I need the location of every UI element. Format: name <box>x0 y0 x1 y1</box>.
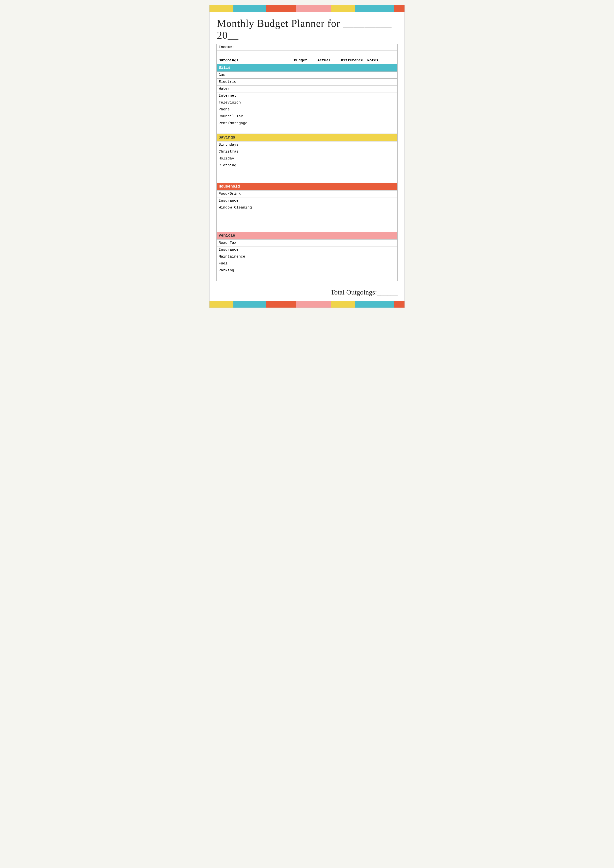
col-budget: Budget <box>292 57 315 64</box>
income-budget <box>292 44 315 51</box>
table-row: Christmas <box>217 148 398 155</box>
table-row <box>217 176 398 183</box>
bottom-color-bar <box>209 301 405 308</box>
row-label: Food/Drink <box>217 190 292 198</box>
income-row: Income: <box>217 44 398 51</box>
section-vehicle-header: Vehicle <box>217 232 398 240</box>
row-label: Parking <box>217 267 292 274</box>
table-row: Phone <box>217 106 398 113</box>
table-row: Birthdays <box>217 142 398 148</box>
color-block-7 <box>394 5 405 12</box>
col-notes: Notes <box>365 57 397 64</box>
table-row: Insurance <box>217 246 398 254</box>
total-outgoings-area: Total Outgoings:______ <box>209 286 405 299</box>
content-area: Income: Outgoings Budget Actual Differen… <box>209 44 405 286</box>
row-label: Phone <box>217 106 292 113</box>
title-area: Monthly Budget Planner for _________ 20_… <box>209 12 405 44</box>
col-difference: Difference <box>339 57 365 64</box>
top-color-bar <box>209 5 405 12</box>
income-diff <box>339 44 365 51</box>
color-block-b4 <box>296 301 331 308</box>
row-label: Insurance <box>217 246 292 254</box>
color-block-4 <box>296 5 331 12</box>
color-block-b7 <box>394 301 405 308</box>
row-label: Water <box>217 86 292 92</box>
color-block-5 <box>331 5 355 12</box>
row-label: Television <box>217 99 292 106</box>
row-label: Birthdays <box>217 142 292 148</box>
table-row: Rent/Mortgage <box>217 120 398 127</box>
row-label: Insurance <box>217 198 292 204</box>
row-label: Clothing <box>217 162 292 169</box>
row-label: Internet <box>217 92 292 99</box>
row-label: Maintainence <box>217 254 292 260</box>
bills-label: Bills <box>217 64 398 72</box>
section-household-header: Household <box>217 183 398 190</box>
table-row: Council Tax <box>217 113 398 120</box>
table-row: Holiday <box>217 155 398 162</box>
color-block-6 <box>355 5 394 12</box>
table-row: Television <box>217 99 398 106</box>
table-row: Electric <box>217 79 398 86</box>
color-block-b2 <box>233 301 266 308</box>
income-notes <box>365 44 397 51</box>
income-label: Income: <box>217 44 292 51</box>
savings-label: Savings <box>217 134 398 142</box>
section-savings-header: Savings <box>217 134 398 142</box>
table-row <box>217 218 398 225</box>
col-outgoings: Outgoings <box>217 57 292 64</box>
table-row: Road Tax <box>217 240 398 246</box>
page-title: Monthly Budget Planner for _________ 20_… <box>217 17 397 41</box>
row-label: Holiday <box>217 155 292 162</box>
table-row: Window Cleaning <box>217 204 398 211</box>
col-actual: Actual <box>315 57 339 64</box>
color-block-b6 <box>355 301 394 308</box>
table-row <box>217 225 398 232</box>
column-headers: Outgoings Budget Actual Difference Notes <box>217 57 398 64</box>
color-block-1 <box>209 5 233 12</box>
table-row: Gas <box>217 72 398 79</box>
income-actual <box>315 44 339 51</box>
row-label: Road Tax <box>217 240 292 246</box>
table-row: Insurance <box>217 198 398 204</box>
table-row: Clothing <box>217 162 398 169</box>
row-label: Gas <box>217 72 292 79</box>
section-bills-header: Bills <box>217 64 398 72</box>
row-label: Window Cleaning <box>217 204 292 211</box>
row-label: Rent/Mortgage <box>217 120 292 127</box>
table-row <box>217 211 398 218</box>
table-row <box>217 169 398 176</box>
budget-table: Income: Outgoings Budget Actual Differen… <box>216 44 398 281</box>
color-block-3 <box>266 5 296 12</box>
table-row: Internet <box>217 92 398 99</box>
table-row <box>217 127 398 134</box>
row-label: Christmas <box>217 148 292 155</box>
household-label: Household <box>217 183 398 190</box>
color-block-b3 <box>266 301 296 308</box>
color-block-b5 <box>331 301 355 308</box>
table-row <box>217 274 398 281</box>
table-row: Fuel <box>217 260 398 267</box>
vehicle-label: Vehicle <box>217 232 398 240</box>
color-block-b1 <box>209 301 233 308</box>
table-row: Parking <box>217 267 398 274</box>
total-outgoings-label: Total Outgoings:______ <box>330 288 398 296</box>
row-label: Council Tax <box>217 113 292 120</box>
table-row: Water <box>217 86 398 92</box>
color-block-2 <box>233 5 266 12</box>
empty-row <box>217 51 398 57</box>
page: Monthly Budget Planner for _________ 20_… <box>209 5 405 308</box>
table-row: Maintainence <box>217 254 398 260</box>
row-label: Fuel <box>217 260 292 267</box>
row-label: Electric <box>217 79 292 86</box>
table-row: Food/Drink <box>217 190 398 198</box>
